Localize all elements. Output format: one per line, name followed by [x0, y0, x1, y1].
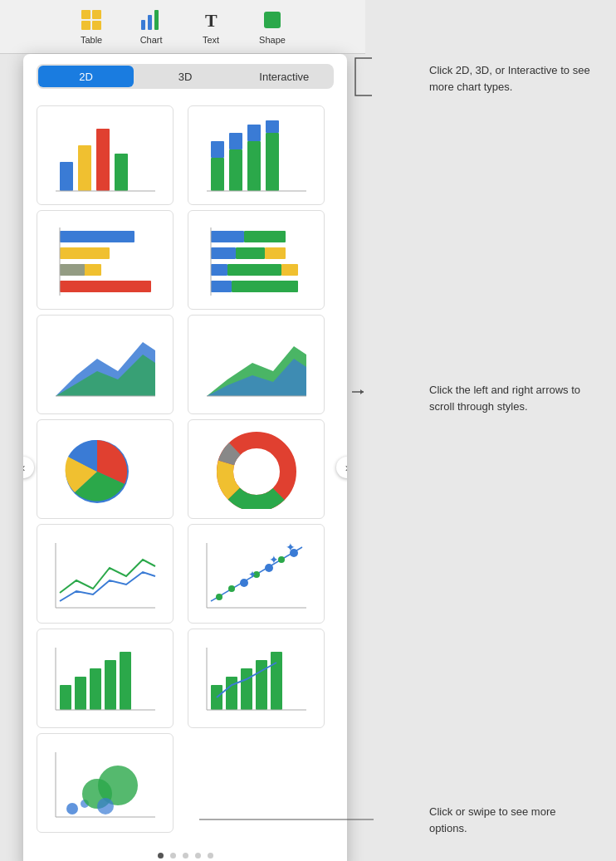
- chart-pie[interactable]: [37, 419, 174, 519]
- bar-trend-icon: [51, 639, 159, 718]
- segment-2d[interactable]: 2D: [38, 66, 134, 87]
- chart-icon: [139, 8, 163, 32]
- svg-rect-19: [247, 125, 261, 141]
- chart-bar-trend[interactable]: [37, 629, 174, 728]
- svg-rect-17: [229, 133, 242, 149]
- dot-4[interactable]: [195, 853, 201, 859]
- svg-rect-37: [211, 281, 232, 292]
- svg-rect-3: [92, 21, 101, 30]
- chart-bubble[interactable]: [37, 733, 174, 833]
- chart-type-grid: ✦ ✦ ✦: [23, 99, 347, 846]
- text-icon: T: [199, 8, 222, 32]
- svg-rect-32: [236, 247, 265, 259]
- svg-text:✦: ✦: [286, 541, 296, 554]
- svg-rect-35: [227, 264, 281, 276]
- svg-rect-76: [241, 668, 252, 710]
- chart-scatter[interactable]: ✦ ✦ ✦: [188, 524, 325, 624]
- svg-rect-8: [264, 12, 281, 28]
- dot-2[interactable]: [170, 853, 176, 859]
- chart-picker-panel: ‹ 2D 3D Interactive: [23, 54, 347, 861]
- chart-line[interactable]: [37, 524, 174, 624]
- svg-point-58: [228, 585, 235, 592]
- chart-donut[interactable]: [188, 419, 325, 519]
- chart-area[interactable]: [37, 315, 174, 414]
- toolbar-shape[interactable]: Shape: [249, 3, 296, 50]
- svg-rect-71: [120, 652, 131, 710]
- table-icon: [80, 8, 103, 32]
- svg-rect-15: [211, 141, 224, 158]
- stacked-bar-icon: [203, 116, 310, 195]
- chart-area-2[interactable]: [188, 315, 325, 414]
- scatter-chart-icon: ✦ ✦ ✦: [203, 535, 310, 614]
- svg-rect-4: [141, 20, 145, 30]
- svg-rect-31: [211, 247, 236, 259]
- svg-marker-41: [56, 355, 155, 396]
- donut-chart-icon: [203, 430, 310, 509]
- horizontal-bar-icon: [51, 221, 159, 300]
- vertical-bar-icon: [51, 116, 159, 195]
- toolbar-table-label: Table: [81, 35, 102, 45]
- bottom-line: [199, 811, 448, 828]
- svg-rect-0: [81, 10, 90, 19]
- svg-rect-24: [60, 247, 110, 259]
- annotation-bottom-text: Click or swipe to see more options.: [429, 804, 591, 836]
- toolbar: Table Chart T Text Shape: [0, 0, 365, 54]
- toolbar-table[interactable]: Table: [70, 3, 113, 50]
- bubble-chart-icon: [51, 744, 159, 823]
- annotation-top-text: Click 2D, 3D, or Interactive to see more…: [429, 62, 591, 95]
- chart-vertical-bar[interactable]: [37, 105, 174, 205]
- svg-rect-12: [115, 154, 128, 191]
- svg-point-83: [66, 803, 78, 815]
- svg-rect-18: [247, 141, 261, 191]
- segment-interactive[interactable]: Interactive: [237, 66, 332, 87]
- mid-bracket: [349, 382, 365, 403]
- chart-stacked-horizontal-bar[interactable]: [188, 210, 325, 310]
- dot-1[interactable]: [158, 853, 164, 859]
- chart-type-segment: 2D 3D Interactive: [37, 64, 334, 89]
- stacked-horizontal-bar-icon: [203, 221, 310, 300]
- pagination-dots: [23, 846, 347, 861]
- svg-rect-33: [265, 247, 286, 259]
- svg-rect-29: [211, 231, 244, 242]
- svg-rect-38: [232, 281, 298, 292]
- chart-horizontal-bar[interactable]: [37, 210, 174, 310]
- panel-inner: ‹ 2D 3D Interactive: [23, 64, 347, 861]
- svg-point-87: [97, 798, 114, 815]
- svg-marker-88: [360, 389, 364, 394]
- svg-rect-36: [281, 264, 298, 276]
- svg-rect-5: [148, 15, 152, 30]
- svg-point-51: [240, 455, 273, 488]
- svg-rect-30: [244, 231, 286, 242]
- chart-stacked-bar[interactable]: [188, 105, 325, 205]
- toolbar-chart[interactable]: Chart: [130, 3, 173, 50]
- pie-chart-icon: [51, 430, 159, 509]
- svg-rect-75: [226, 677, 237, 710]
- top-bracket: [349, 54, 374, 100]
- chart-bar-line-combo[interactable]: [188, 629, 325, 728]
- svg-text:✦: ✦: [248, 569, 257, 580]
- svg-rect-11: [96, 129, 110, 191]
- svg-rect-6: [154, 10, 159, 30]
- svg-rect-9: [60, 162, 73, 191]
- annotation-mid-text: Click the left and right arrows to scrol…: [429, 382, 591, 414]
- toolbar-text-label: Text: [203, 35, 219, 45]
- svg-rect-69: [90, 668, 101, 710]
- svg-rect-21: [266, 120, 279, 133]
- dot-3[interactable]: [183, 853, 188, 859]
- svg-point-57: [216, 594, 222, 600]
- segment-3d[interactable]: 3D: [137, 66, 232, 87]
- toolbar-text[interactable]: T Text: [189, 3, 232, 50]
- bar-line-combo-icon: [203, 639, 310, 718]
- toolbar-chart-label: Chart: [140, 35, 163, 45]
- line-chart-icon: [51, 535, 159, 614]
- svg-point-62: [278, 556, 285, 563]
- svg-rect-20: [266, 133, 279, 191]
- svg-rect-78: [271, 652, 282, 710]
- dot-5[interactable]: [208, 853, 213, 859]
- area-chart-icon: [51, 325, 159, 404]
- shape-icon: [261, 8, 284, 32]
- svg-rect-14: [211, 158, 224, 191]
- svg-text:T: T: [205, 10, 218, 31]
- svg-rect-27: [60, 281, 151, 292]
- svg-rect-68: [75, 677, 86, 710]
